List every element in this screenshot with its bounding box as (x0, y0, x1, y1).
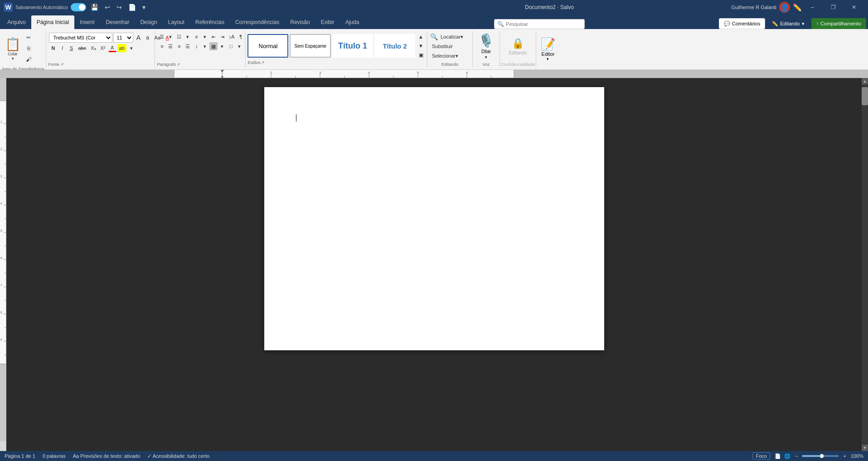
show-marks-button[interactable]: ¶ (237, 33, 245, 41)
shrink-font-button[interactable]: a (143, 34, 151, 42)
editing-button[interactable]: ✏️ Editando ▾ (767, 18, 809, 29)
undo-icon[interactable]: ↩ (103, 3, 112, 12)
tab-desenhar[interactable]: Desenhar (100, 15, 135, 29)
autosave-toggle[interactable] (71, 3, 86, 11)
numbered-button[interactable]: ☷ (175, 33, 183, 41)
tab-design[interactable]: Design (135, 15, 162, 29)
comments-button[interactable]: 💬 Comentários (719, 18, 765, 29)
highlight-arrow-button[interactable]: ▾ (127, 44, 136, 52)
copy-button[interactable]: ⎘ (24, 44, 34, 54)
focus-button[interactable]: Foco (752, 452, 770, 460)
tab-revisao[interactable]: Revisão (285, 15, 315, 29)
borders-arrow[interactable]: ▾ (235, 42, 243, 50)
tab-referencias[interactable]: Referências (190, 15, 230, 29)
cut-button[interactable]: ✂ (24, 33, 34, 43)
save-icon[interactable]: 💾 (89, 3, 100, 12)
search-input[interactable] (506, 21, 578, 27)
numbered-arrow[interactable]: ▾ (184, 33, 192, 41)
bullets-arrow[interactable]: ▾ (166, 33, 175, 41)
italic-button[interactable]: I (58, 44, 66, 52)
svg-text:6: 6 (0, 256, 2, 260)
selecionar-button[interactable]: Selecionar ▾ (430, 52, 460, 60)
close-button[interactable]: ✕ (844, 0, 864, 15)
font-name-select[interactable]: Trebuchet MS (Cor (49, 33, 112, 43)
highlight-button[interactable]: ab (117, 44, 126, 52)
superscript-button[interactable]: X² (99, 44, 107, 52)
share-button[interactable]: ↑ Compartilhamento (811, 18, 866, 29)
paste-button[interactable]: 📋 Colar ▾ (3, 37, 23, 60)
font-size-select[interactable]: 11 (113, 33, 133, 43)
scrollbar-thumb[interactable] (862, 87, 868, 105)
font-section: Trebuchet MS (Cor 11 A a Aa A N I S abc … (46, 31, 155, 68)
style-no-space[interactable]: Sem Espaçame (290, 34, 331, 58)
styles-expand-icon[interactable]: ↗ (261, 60, 265, 65)
bold-button[interactable]: N (49, 44, 57, 52)
grow-font-button[interactable]: A (134, 34, 142, 42)
scrollbar-up-button[interactable]: ▲ (862, 78, 868, 84)
substituir-button[interactable]: Substituir (430, 42, 455, 50)
new-doc-icon[interactable]: 📄 (126, 3, 138, 12)
styles-up-button[interactable]: ▲ (417, 33, 425, 41)
minimize-button[interactable]: – (802, 0, 823, 15)
align-center-button[interactable]: ☰ (166, 42, 175, 50)
scrollbar-down-button[interactable]: ▼ (862, 445, 868, 451)
style-title1[interactable]: Título 1 (332, 34, 373, 58)
search-bar[interactable]: 🔍 (494, 19, 585, 29)
paragraph-expand-icon[interactable]: ↗ (177, 62, 180, 67)
restore-button[interactable]: ❐ (823, 0, 844, 15)
localizar-arrow[interactable]: ▾ (461, 34, 463, 40)
tab-layout[interactable]: Layout (163, 15, 190, 29)
ribbon-tabs: Arquivo Página Inicial Inserir Desenhar … (0, 15, 868, 29)
justify-button[interactable]: ☰ (184, 42, 192, 50)
tab-arquivo[interactable]: Arquivo (2, 15, 31, 29)
align-left-button[interactable]: ≡ (158, 42, 166, 50)
font-color-button[interactable]: A (108, 44, 116, 52)
line-spacing-button[interactable]: ↕ (192, 42, 200, 50)
align-right-button[interactable]: ≡ (175, 42, 183, 50)
ruler: 1 2 3 4 5 6 (0, 70, 868, 78)
shading-arrow[interactable]: ▾ (218, 42, 226, 50)
decrease-indent-button[interactable]: ⇤ (209, 33, 218, 41)
subscript-button[interactable]: X₂ (89, 44, 97, 52)
document-area[interactable] (6, 78, 862, 451)
style-normal[interactable]: Normal (247, 34, 288, 58)
multilevel-arrow[interactable]: ▾ (201, 33, 209, 41)
bullets-button[interactable]: ☰ (158, 33, 166, 41)
shading-button[interactable]: ▦ (209, 42, 218, 50)
style-title2[interactable]: Título 2 (374, 34, 415, 58)
tab-exibir[interactable]: Exibir (315, 15, 340, 29)
tab-inserir[interactable]: Inserir (74, 15, 100, 29)
multilevel-button[interactable]: ≡ (192, 33, 200, 41)
page[interactable] (264, 87, 604, 350)
localizar-button[interactable]: Localizar ▾ (439, 33, 465, 41)
selecionar-arrow[interactable]: ▾ (456, 53, 458, 59)
ditar-arrow[interactable]: ▾ (485, 55, 487, 59)
zoom-in-icon[interactable]: + (843, 453, 846, 459)
redo-icon[interactable]: ↪ (115, 3, 124, 12)
styles-down-button[interactable]: ▼ (417, 42, 425, 50)
tab-correspondencias[interactable]: Correspondências (230, 15, 285, 29)
font-expand-icon[interactable]: ↗ (60, 62, 64, 67)
zoom-out-icon[interactable]: − (795, 453, 798, 459)
svg-text:5: 5 (0, 229, 2, 232)
web-layout-icon[interactable]: 🌐 (784, 453, 790, 459)
print-layout-icon[interactable]: 📄 (775, 453, 781, 459)
svg-text:4: 4 (0, 202, 2, 205)
increase-indent-button[interactable]: ⇥ (218, 33, 226, 41)
zoom-slider[interactable] (802, 455, 839, 457)
expand-icon[interactable]: ▾ (547, 57, 549, 61)
borders-button[interactable]: □ (227, 42, 235, 50)
line-spacing-arrow[interactable]: ▾ (201, 42, 209, 50)
sort-button[interactable]: ↕A (227, 33, 236, 41)
underline-button[interactable]: S (67, 44, 75, 52)
tab-pagina-inicial[interactable]: Página Inicial (31, 15, 74, 29)
vertical-scrollbar[interactable]: ▲ ▼ (862, 78, 868, 451)
strikethrough-button[interactable]: abc (76, 44, 88, 52)
styles-expand-button[interactable]: ▣ (417, 51, 425, 59)
zoom-thumb[interactable] (820, 454, 824, 458)
tab-ajuda[interactable]: Ajuda (340, 15, 365, 29)
more-icon[interactable]: ▾ (141, 3, 147, 12)
pen-icon[interactable]: ✏️ (793, 3, 802, 12)
format-painter-button[interactable]: 🖌 (24, 54, 34, 64)
svg-text:1: 1 (0, 120, 2, 123)
